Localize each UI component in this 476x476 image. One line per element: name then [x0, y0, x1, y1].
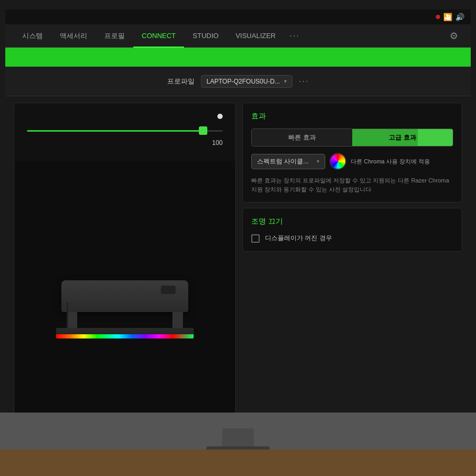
stand-top-piece — [61, 280, 188, 312]
profile-value: LAPTOP-Q2FOUS0U-D... — [207, 78, 280, 85]
rgb-lighting-strip — [56, 334, 194, 338]
screen-bezel: 🎦 🔊 시스템 액세서리 프로필 CONNECT STUDIO VISUALIZ… — [0, 0, 476, 476]
effects-description: 빠른 효과는 장치의 프로파일에 저장할 수 있고 지원되는 다른 Razer … — [251, 176, 453, 194]
effects-section-title: 효과 — [251, 112, 453, 121]
green-status-banner — [5, 48, 471, 67]
top-status-bar: 🎦 🔊 — [5, 10, 471, 24]
profile-dropdown-arrow: ▾ — [284, 78, 287, 84]
slider-fill — [27, 130, 203, 132]
slider-track — [27, 130, 223, 132]
stand-legs — [67, 312, 183, 328]
speaker-icon: 🔊 — [455, 13, 464, 21]
device-image-area — [14, 161, 235, 413]
slider-value: 100 — [212, 139, 223, 147]
display-off-label: 디스플레이가 꺼진 경우 — [265, 234, 332, 243]
profile-bar: 프로파일 LAPTOP-Q2FOUS0U-D... ▾ ··· — [5, 67, 471, 96]
lighting-checkbox-row: 디스플레이가 꺼진 경우 — [251, 234, 453, 243]
effects-row2: 스펙트럼 사이클... ▾ 다른 Chroma 사용 장치에 적용 — [251, 153, 453, 170]
profile-label: 프로파일 — [167, 77, 195, 86]
effects-section: 효과 빠른 효과 고급 효과 스펙트럼 사 — [242, 103, 462, 203]
nav-item-connect[interactable]: CONNECT — [133, 24, 184, 48]
slider-thumb[interactable] — [199, 126, 207, 135]
stand-leg-left — [67, 312, 77, 328]
stand-base — [56, 328, 194, 338]
nav-item-system[interactable]: 시스템 — [14, 24, 51, 48]
main-content: 100 — [5, 96, 471, 413]
display-off-checkbox[interactable] — [251, 234, 260, 243]
settings-gear-icon[interactable]: ⚙ — [445, 28, 462, 44]
screen-content: 🎦 🔊 시스템 액세서리 프로필 CONNECT STUDIO VISUALIZ… — [5, 10, 471, 413]
effects-toggle-buttons: 빠른 효과 고급 효과 — [251, 129, 453, 147]
advanced-effects-button[interactable]: 고급 효과 — [352, 129, 453, 146]
nav-item-studio[interactable]: STUDIO — [184, 24, 227, 48]
spectrum-dropdown-arrow: ▾ — [317, 159, 319, 164]
device-stand-visual — [51, 280, 199, 338]
lighting-off-title: 조명 끄기 — [251, 217, 453, 226]
profile-dropdown[interactable]: LAPTOP-Q2FOUS0U-D... ▾ — [201, 75, 292, 88]
settings-panel: 효과 빠른 효과 고급 효과 스펙트럼 사 — [242, 103, 462, 413]
stand-sensor — [161, 286, 176, 294]
device-preview-panel: 100 — [14, 103, 236, 413]
chroma-sync-icon[interactable] — [329, 153, 346, 170]
nav-item-accessories[interactable]: 액세서리 — [51, 24, 96, 48]
usb-cable — [67, 301, 68, 328]
quick-effects-button[interactable]: 빠른 효과 — [252, 129, 352, 146]
brightness-indicator — [217, 114, 223, 119]
brightness-slider-area: 100 — [14, 103, 235, 161]
navigation-bar: 시스템 액세서리 프로필 CONNECT STUDIO VISUALIZER ·… — [5, 24, 471, 48]
nav-item-profiles[interactable]: 프로필 — [96, 24, 133, 48]
stand-leg-right — [172, 312, 183, 328]
profile-options-button[interactable]: ··· — [299, 77, 309, 86]
lighting-off-section: 조명 끄기 디스플레이가 꺼진 경우 — [242, 208, 462, 252]
camera-indicator — [436, 15, 440, 19]
desk-surface — [0, 450, 476, 476]
chroma-sync-label: 다른 Chroma 사용 장치에 적용 — [351, 158, 430, 166]
spectrum-label: 스펙트럼 사이클... — [257, 157, 308, 166]
monitor-bezel — [0, 413, 476, 476]
slider-track-container[interactable] — [27, 125, 223, 136]
webcam-icon: 🎦 — [443, 13, 452, 21]
spectrum-dropdown[interactable]: 스펙트럼 사이클... ▾ — [251, 154, 325, 169]
nav-item-visualizer[interactable]: VISUALIZER — [227, 24, 284, 48]
nav-more-button[interactable]: ··· — [284, 31, 305, 41]
